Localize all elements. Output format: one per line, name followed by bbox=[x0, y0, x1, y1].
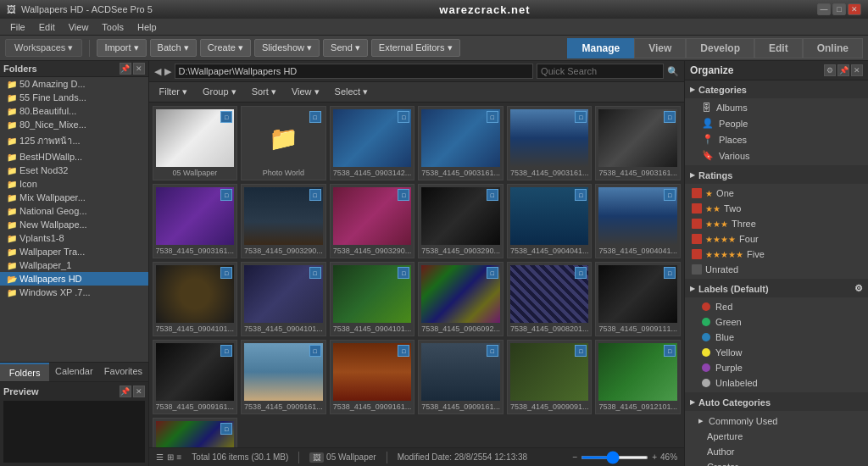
label-blue[interactable]: Blue bbox=[685, 330, 868, 345]
folder-item-wallpapers-hd[interactable]: 📂 Wallpapers HD bbox=[0, 272, 148, 286]
tab-favorites[interactable]: Favorites bbox=[98, 363, 147, 381]
minimize-button[interactable]: — bbox=[817, 3, 831, 15]
folder-item-wallpaper-1[interactable]: 📁 Wallpaper_1 bbox=[0, 258, 148, 272]
auto-cat-creator[interactable]: Creator bbox=[685, 459, 868, 466]
thumbnail-item[interactable]: 📁□Photo World bbox=[241, 106, 326, 180]
folder-item-national[interactable]: 📁 National Geog... bbox=[0, 204, 148, 218]
view-mode-list[interactable]: ☰ bbox=[156, 452, 164, 462]
folders-tree[interactable]: 📁 50 Amazing D... 📁 55 Fine Lands... 📁 8… bbox=[0, 77, 148, 362]
menu-tools[interactable]: Tools bbox=[95, 20, 131, 34]
auto-categories-header[interactable]: ▸ Auto Categories bbox=[685, 393, 868, 411]
menu-help[interactable]: Help bbox=[131, 20, 164, 34]
thumbnail-item[interactable]: □7538_4145_0903161... bbox=[153, 184, 238, 258]
thumbnail-item[interactable]: □7538_4145_0904101... bbox=[241, 262, 326, 336]
view-mode-grid[interactable]: ⊞ bbox=[167, 452, 174, 462]
tab-folders[interactable]: Folders bbox=[0, 363, 49, 381]
rating-unrated[interactable]: Unrated bbox=[685, 262, 868, 277]
zoom-out-button[interactable]: − bbox=[572, 452, 577, 462]
folder-item-icon[interactable]: 📁 Icon bbox=[0, 177, 148, 191]
folder-item-windows[interactable]: 📁 Windows XP .7... bbox=[0, 286, 148, 299]
panel-close-button[interactable]: ✕ bbox=[133, 63, 145, 75]
folder-item-55[interactable]: 📁 55 Fine Lands... bbox=[0, 91, 148, 104]
category-various[interactable]: 🔖 Various bbox=[685, 147, 868, 164]
filter-button[interactable]: Filter ▾ bbox=[154, 85, 193, 99]
thumbnail-item[interactable]: □7538_4145_0903142... bbox=[330, 106, 415, 180]
tab-view[interactable]: View bbox=[634, 38, 686, 58]
labels-gear-button[interactable]: ⚙ bbox=[854, 283, 863, 294]
menu-view[interactable]: View bbox=[62, 20, 96, 34]
folder-item-vplants[interactable]: 📁 Vplants1-8 bbox=[0, 231, 148, 245]
thumbnail-item[interactable]: □7538_4145_0909161... bbox=[418, 340, 504, 414]
thumbnail-item[interactable]: □7538_4145_0912101... bbox=[153, 418, 238, 447]
menu-file[interactable]: File bbox=[3, 20, 32, 34]
category-places[interactable]: 📍 Places bbox=[685, 131, 868, 147]
preview-pin-button[interactable]: 📌 bbox=[120, 386, 131, 397]
thumbnail-item[interactable]: □7538_4145_0903290... bbox=[418, 184, 504, 258]
commonly-used-header[interactable]: ▸ Commonly Used bbox=[685, 413, 868, 429]
zoom-in-button[interactable]: + bbox=[652, 452, 657, 462]
rating-5[interactable]: ★★★★★Five bbox=[685, 247, 868, 262]
folder-item-wallpaper-tra[interactable]: 📁 Wallpaper Tra... bbox=[0, 245, 148, 258]
tab-manage[interactable]: Manage bbox=[567, 38, 634, 58]
close-button[interactable]: ✕ bbox=[848, 3, 861, 15]
maximize-button[interactable]: □ bbox=[832, 3, 846, 15]
tab-calendar[interactable]: Calendar bbox=[49, 363, 98, 381]
path-input[interactable] bbox=[175, 64, 534, 79]
thumbnail-item[interactable]: □7538_4145_0904101... bbox=[153, 262, 238, 336]
group-button[interactable]: Group ▾ bbox=[198, 85, 242, 99]
external-editors-button[interactable]: External Editors ▾ bbox=[371, 39, 460, 57]
thumbnail-item[interactable]: □7538_4145_0903161... bbox=[595, 106, 681, 180]
folder-item-new[interactable]: 📁 New Wallpape... bbox=[0, 218, 148, 231]
label-purple[interactable]: Purple bbox=[685, 360, 868, 375]
folder-item-mix[interactable]: 📁 Mix Wallpaper... bbox=[0, 191, 148, 204]
tab-develop[interactable]: Develop bbox=[686, 38, 754, 58]
search-input[interactable] bbox=[537, 64, 664, 79]
view-mode-details[interactable]: ≡ bbox=[177, 452, 182, 462]
thumbnail-item[interactable]: □7538_4145_0908201... bbox=[507, 262, 593, 336]
categories-header[interactable]: ▸ Categories bbox=[685, 80, 868, 98]
sort-button[interactable]: Sort ▾ bbox=[247, 85, 281, 99]
thumbnail-item[interactable]: □7538_4145_0904101... bbox=[330, 262, 415, 336]
rating-1[interactable]: ★One bbox=[685, 186, 868, 201]
auto-cat-author[interactable]: Author bbox=[685, 444, 868, 459]
menu-edit[interactable]: Edit bbox=[32, 20, 62, 34]
thumbnail-item[interactable]: □7538_4145_0906092... bbox=[418, 262, 504, 336]
thumbnail-item[interactable]: □7538_4145_0904041... bbox=[507, 184, 593, 258]
import-button[interactable]: Import ▾ bbox=[97, 39, 146, 57]
label-green[interactable]: Green bbox=[685, 314, 868, 330]
folder-item-80b[interactable]: 📁 80.Beautiful... bbox=[0, 104, 148, 118]
thumbnail-item[interactable]: □7538_4145_0903290... bbox=[330, 184, 415, 258]
organize-close-button[interactable]: ✕ bbox=[851, 64, 863, 76]
create-button[interactable]: Create ▾ bbox=[200, 39, 251, 57]
folder-item-125[interactable]: 📁 125 ภาพหน้า... bbox=[0, 131, 148, 150]
folder-item-best[interactable]: 📁 BestHDWallp... bbox=[0, 150, 148, 164]
thumbnail-item[interactable]: □7538_4145_0904041... bbox=[595, 184, 681, 258]
rating-3[interactable]: ★★★Three bbox=[685, 216, 868, 231]
select-button[interactable]: Select ▾ bbox=[330, 85, 374, 99]
label-unlabeled[interactable]: Unlabeled bbox=[685, 375, 868, 391]
thumbnails-area[interactable]: □05 Wallpaper📁□Photo World□7538_4145_090… bbox=[149, 103, 685, 447]
preview-close-button[interactable]: ✕ bbox=[133, 386, 145, 397]
rating-4[interactable]: ★★★★Four bbox=[685, 231, 868, 247]
organize-pin-button[interactable]: 📌 bbox=[837, 64, 849, 76]
slideshow-button[interactable]: Slideshow ▾ bbox=[254, 39, 320, 57]
zoom-slider[interactable] bbox=[581, 456, 648, 459]
label-yellow[interactable]: Yellow bbox=[685, 345, 868, 360]
thumbnail-item[interactable]: □7538_4145_0909161... bbox=[330, 340, 415, 414]
folder-item-80n[interactable]: 📁 80_Nice_Mixe... bbox=[0, 118, 148, 131]
view-button[interactable]: View ▾ bbox=[287, 85, 325, 99]
thumbnail-item[interactable]: □7538_4145_0909161... bbox=[241, 340, 326, 414]
thumbnail-item[interactable]: □05 Wallpaper bbox=[153, 106, 238, 180]
ratings-header[interactable]: ▸ Ratings bbox=[685, 166, 868, 184]
search-button[interactable]: 🔍 bbox=[667, 66, 679, 77]
labels-header[interactable]: ▸ Labels (Default) ⚙ bbox=[685, 280, 868, 297]
nav-forward-button[interactable]: ▶ bbox=[164, 66, 171, 77]
label-red[interactable]: Red bbox=[685, 299, 868, 314]
thumbnail-item[interactable]: □7538_4145_0909111... bbox=[595, 262, 681, 336]
thumbnail-item[interactable]: □7538_4145_0903161... bbox=[507, 106, 593, 180]
panel-pin-button[interactable]: 📌 bbox=[120, 63, 131, 75]
organize-gear-button[interactable]: ⚙ bbox=[824, 64, 836, 76]
send-button[interactable]: Send ▾ bbox=[323, 39, 368, 57]
thumbnail-item[interactable]: □7538_4145_0903161... bbox=[418, 106, 504, 180]
category-people[interactable]: 👤 People bbox=[685, 115, 868, 131]
